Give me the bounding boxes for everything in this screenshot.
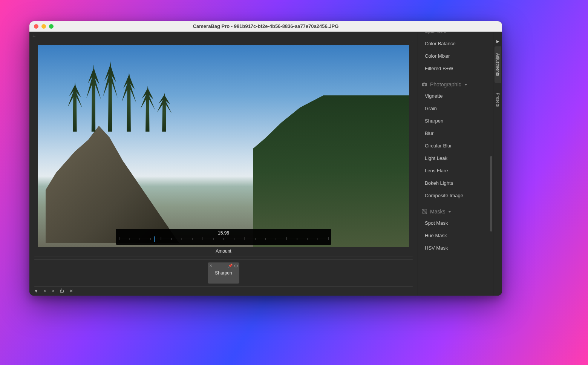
tab-adjustments[interactable]: Adjustments (495, 46, 501, 83)
list-item[interactable]: Color Balance (425, 37, 489, 50)
list-item[interactable]: Hue Mask (425, 229, 489, 242)
camera-icon (422, 82, 427, 87)
tile-label: Sharpen (215, 270, 232, 276)
adjustments-list[interactable]: Split Tone Color Balance Color Mixer Fil… (418, 32, 493, 262)
list-item[interactable]: HSV Mask (425, 242, 489, 254)
pin-icon[interactable]: 📌 (228, 264, 233, 268)
image-canvas[interactable]: 15.96 (38, 45, 409, 247)
list-item[interactable]: Bokeh Lights (425, 177, 489, 189)
svg-point-1 (423, 84, 425, 86)
app-window: CameraBag Pro - 981b917c-bf2e-4b56-8836-… (29, 21, 502, 296)
masks-icon (422, 209, 427, 214)
list-item[interactable]: Vignette (425, 90, 489, 102)
group-label: Photographic (430, 81, 461, 87)
list-item[interactable]: Composite Image (425, 189, 489, 202)
slider-label: Amount (34, 247, 413, 256)
amount-slider[interactable] (119, 236, 328, 242)
collapse-dropdown-icon[interactable]: ▼ (34, 288, 38, 294)
power-icon[interactable]: ⏻ (234, 264, 238, 268)
side-tab-rail: ▶ Adjustments Presets (493, 32, 502, 296)
list-item[interactable]: Blur (425, 127, 489, 140)
adjustment-tiles-strip[interactable]: ✕ 📌 ⏻ Sharpen (34, 259, 413, 287)
group-label: Masks (430, 209, 445, 215)
list-item[interactable]: Circular Blur (425, 140, 489, 152)
slider-value: 15.96 (119, 230, 328, 236)
main-pane: + (29, 32, 418, 296)
bottom-controls: ▼ < > ⏻ ✕ (29, 287, 418, 296)
list-item[interactable]: Grain (425, 102, 489, 115)
group-masks[interactable]: Masks (422, 202, 489, 217)
toggle-power-icon[interactable]: ⏻ (60, 288, 64, 294)
canvas-wrap: 15.96 (34, 41, 413, 256)
slider-handle[interactable] (155, 236, 155, 242)
clear-button[interactable]: ✕ (69, 288, 73, 294)
prev-button[interactable]: < (44, 288, 46, 294)
list-item[interactable]: Sharpen (425, 115, 489, 127)
top-strip: + (29, 32, 418, 39)
collapse-panel-icon[interactable]: ▶ (496, 39, 499, 43)
tile-sharpen[interactable]: ✕ 📌 ⏻ Sharpen (208, 262, 239, 284)
list-item[interactable]: Light Leak (425, 152, 489, 164)
list-item[interactable]: Spot Mask (425, 217, 489, 229)
chevron-down-icon (448, 211, 451, 213)
tile-close-icon[interactable]: ✕ (209, 264, 212, 268)
titlebar[interactable]: CameraBag Pro - 981b917c-bf2e-4b56-8836-… (29, 21, 502, 32)
list-item[interactable]: Filtered B+W (425, 62, 489, 75)
list-item[interactable]: Color Mixer (425, 50, 489, 62)
add-tab-button[interactable]: + (32, 33, 36, 38)
next-button[interactable]: > (52, 288, 54, 294)
app-body: + (29, 32, 502, 296)
adj-split-tone[interactable]: Split Tone (425, 32, 489, 37)
amount-slider-overlay: 15.96 (116, 229, 331, 245)
adjustments-panel: Split Tone Color Balance Color Mixer Fil… (418, 32, 493, 296)
window-title: CameraBag Pro - 981b917c-bf2e-4b56-8836-… (29, 23, 502, 29)
list-item[interactable]: Lens Flare (425, 164, 489, 177)
chevron-down-icon (464, 84, 467, 86)
scrollbar[interactable] (490, 156, 492, 232)
svg-rect-2 (423, 83, 425, 84)
tab-presets[interactable]: Presets (495, 86, 501, 113)
group-photographic[interactable]: Photographic (422, 75, 489, 90)
photo-preview (38, 45, 409, 247)
